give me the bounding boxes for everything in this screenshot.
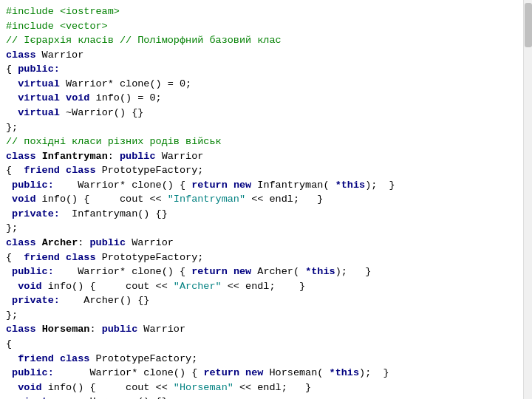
code-area[interactable]: #include <iostream> #include <vector> //… — [0, 0, 523, 399]
line-3: // Ієрархія класів // Поліморфний базови… — [6, 33, 517, 48]
line-4: class Warrior — [6, 48, 517, 63]
line-2: #include <vector> — [6, 19, 517, 34]
line-27: void info() { cout << "Horseman" << endl… — [6, 381, 517, 395]
line-13: public: Warrior* clone() { return new In… — [6, 178, 517, 193]
line-28: private: Horseman() {} — [6, 395, 517, 399]
line-18: { friend class PrototypeFactory; — [6, 250, 517, 265]
line-17: class Archer: public Warrior — [6, 236, 517, 250]
editor-container: #include <iostream> #include <vector> //… — [0, 0, 532, 399]
line-20: void info() { cout << "Archer" << endl; … — [6, 279, 517, 294]
line-12: { friend class PrototypeFactory; — [6, 163, 517, 178]
line-21: private: Archer() {} — [6, 293, 517, 308]
line-10: // похідні класи різних родів військ — [6, 134, 517, 149]
line-24: { — [6, 337, 517, 352]
line-25: friend class PrototypeFactory; — [6, 352, 517, 366]
line-19: public: Warrior* clone() { return new Ar… — [6, 265, 517, 279]
line-23: class Horseman: public Warrior — [6, 322, 517, 337]
line-15: private: Infantryman() {} — [6, 207, 517, 222]
scrollbar[interactable] — [523, 0, 532, 399]
line-7: virtual void info() = 0; — [6, 91, 517, 106]
line-16: }; — [6, 221, 517, 236]
line-1: #include <iostream> — [6, 4, 517, 19]
line-26: public: Warrior* clone() { return new Ho… — [6, 366, 517, 381]
line-8: virtual ~Warrior() {} — [6, 106, 517, 120]
line-22: }; — [6, 308, 517, 323]
line-9: }; — [6, 120, 517, 135]
line-6: virtual Warrior* clone() = 0; — [6, 77, 517, 92]
line-11: class Infantryman: public Warrior — [6, 149, 517, 164]
scrollbar-thumb[interactable] — [525, 3, 532, 47]
line-14: void info() { cout << "Infantryman" << e… — [6, 192, 517, 207]
line-5: { public: — [6, 62, 517, 77]
